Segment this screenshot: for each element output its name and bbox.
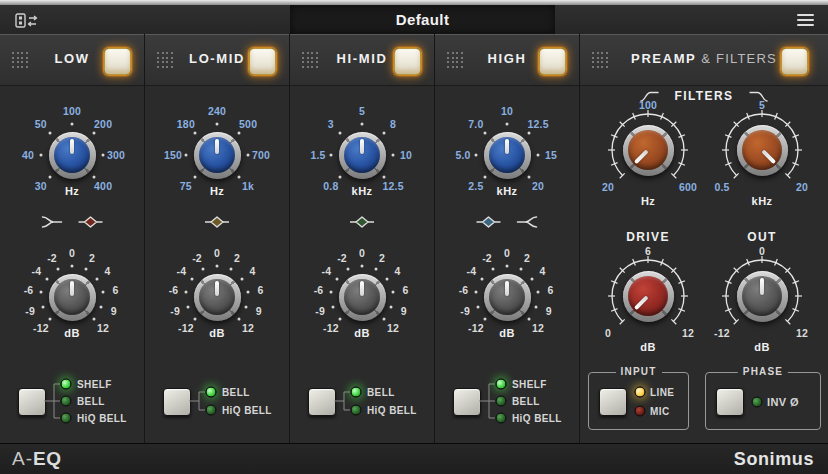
- tick-dot: [527, 175, 530, 178]
- tick-dot: [531, 277, 534, 280]
- tick-dot: [391, 291, 394, 294]
- tick-dot: [536, 291, 539, 294]
- band-hi-mid: HI-MID0.81.53581012.5kHz-12-9-6-4-202469…: [290, 34, 434, 443]
- lo-mid-freq-knob-pointer: [199, 137, 235, 173]
- low-mode-led-bell: [61, 396, 72, 407]
- tick-label: 0: [359, 247, 365, 259]
- tick-label: -9: [460, 305, 470, 317]
- mode-label: HiQ BELL: [77, 413, 127, 424]
- lo-mid-mode-led-hiq-bell: [206, 405, 217, 416]
- knob-unit-label: Hz: [210, 185, 224, 197]
- lo-mid-enable-button[interactable]: [249, 48, 276, 75]
- tick-label: 500: [239, 118, 257, 130]
- tick-dot: [194, 132, 197, 135]
- hi-mid-mode-button[interactable]: [308, 388, 336, 416]
- tick-label: 0: [759, 245, 765, 257]
- tick-label: 9: [111, 305, 117, 317]
- tick-dot: [201, 268, 204, 271]
- preamp-enable-button[interactable]: [781, 48, 808, 75]
- tick-label: 10: [400, 149, 412, 161]
- tick-dot: [92, 175, 95, 178]
- tick-dot: [506, 265, 509, 268]
- out-knob-pointer: [742, 276, 782, 316]
- tick-dot: [475, 291, 478, 294]
- tick-label: 0: [605, 327, 611, 339]
- tick-dot: [476, 305, 479, 308]
- high-mode-led-bell: [496, 396, 507, 407]
- tick-dot: [330, 154, 333, 157]
- tick-dot: [241, 277, 244, 280]
- tick-label: 3: [328, 118, 334, 130]
- tick-label: 6: [402, 284, 408, 296]
- tick-label: 6: [257, 284, 263, 296]
- footer: A-EQ Sonimus: [0, 443, 828, 474]
- tick-dot: [56, 268, 59, 271]
- phase-select-button[interactable]: [716, 388, 744, 416]
- low-enable-button[interactable]: [104, 48, 131, 75]
- tick-dot: [247, 154, 250, 157]
- tick-label: 2: [89, 252, 95, 264]
- lo-mid-gain-knob-pointer: [199, 279, 235, 315]
- tick-dot: [382, 175, 385, 178]
- hi-mid-enable-button[interactable]: [394, 48, 421, 75]
- mode-label: HiQ BELL: [367, 405, 417, 416]
- tick-dot: [537, 154, 540, 157]
- high-shape-icons: [476, 215, 539, 229]
- tick-dot: [491, 268, 494, 271]
- low-mode-button[interactable]: [18, 388, 46, 416]
- tick-label: -6: [169, 284, 179, 296]
- input-group-label: INPUT: [616, 366, 662, 377]
- lo-mid-shape-icons: [204, 215, 230, 229]
- tick-dot: [185, 291, 188, 294]
- hi-mid-mode-led-hiq-bell: [351, 405, 362, 416]
- high-mode-led-hiq-bell: [496, 413, 507, 424]
- tick-label: 100: [63, 105, 81, 117]
- band-high: HIGH2.55.07.01012.51520kHz-12-9-6-4-2024…: [435, 34, 579, 443]
- tick-label: -12: [178, 322, 194, 334]
- tick-label: 9: [401, 305, 407, 317]
- tick-dot: [386, 277, 389, 280]
- tick-label: -4: [322, 265, 332, 277]
- high-mode-button[interactable]: [453, 388, 481, 416]
- tick-dot: [484, 317, 487, 320]
- tick-label: -4: [32, 265, 42, 277]
- tick-dot: [49, 175, 52, 178]
- tick-label: 2.5: [468, 180, 483, 192]
- high-enable-button[interactable]: [539, 48, 566, 75]
- tick-label: -4: [467, 265, 477, 277]
- tick-dot: [382, 317, 385, 320]
- tick-dot: [475, 154, 478, 157]
- input-option-label: LINE: [650, 387, 674, 398]
- tick-label: 240: [208, 105, 226, 117]
- tick-label: 0: [69, 247, 75, 259]
- tick-label: -2: [47, 252, 57, 264]
- tick-label: 75: [180, 180, 192, 192]
- phase-group-label: PHASE: [738, 366, 788, 377]
- tick-label: -2: [192, 252, 202, 264]
- lo-mid-header: LO-MID: [145, 34, 289, 86]
- knob-unit-label: Hz: [65, 185, 79, 197]
- tick-dot: [346, 268, 349, 271]
- knob-unit-label: Hz: [641, 195, 655, 207]
- tick-dot: [230, 268, 233, 271]
- tick-dot: [237, 132, 240, 135]
- tick-label: 12: [532, 322, 544, 334]
- lo-mid-mode-button[interactable]: [163, 388, 191, 416]
- tick-dot: [101, 291, 104, 294]
- band-lo-mid: LO-MID751501802405007001kHz-12-9-6-4-202…: [145, 34, 289, 443]
- preamp-header: PREAMP & FILTERS: [580, 34, 828, 86]
- mode-label: SHELF: [512, 379, 547, 390]
- tick-label: 5: [359, 105, 365, 117]
- ab-compare-button[interactable]: [15, 13, 43, 33]
- menu-button[interactable]: [797, 14, 814, 29]
- tick-label: 12: [796, 327, 808, 339]
- knob-unit-label: dB: [640, 341, 655, 353]
- knob-unit-label: dB: [354, 327, 369, 339]
- low-mode-led-hiq-bell: [61, 413, 72, 424]
- tick-dot: [392, 154, 395, 157]
- titlebar: Default: [0, 5, 828, 35]
- sonimus-logo: Sonimus: [734, 449, 814, 470]
- input-select-button[interactable]: [599, 388, 627, 416]
- tick-label: 700: [252, 149, 270, 161]
- preset-selector[interactable]: Default: [290, 5, 555, 34]
